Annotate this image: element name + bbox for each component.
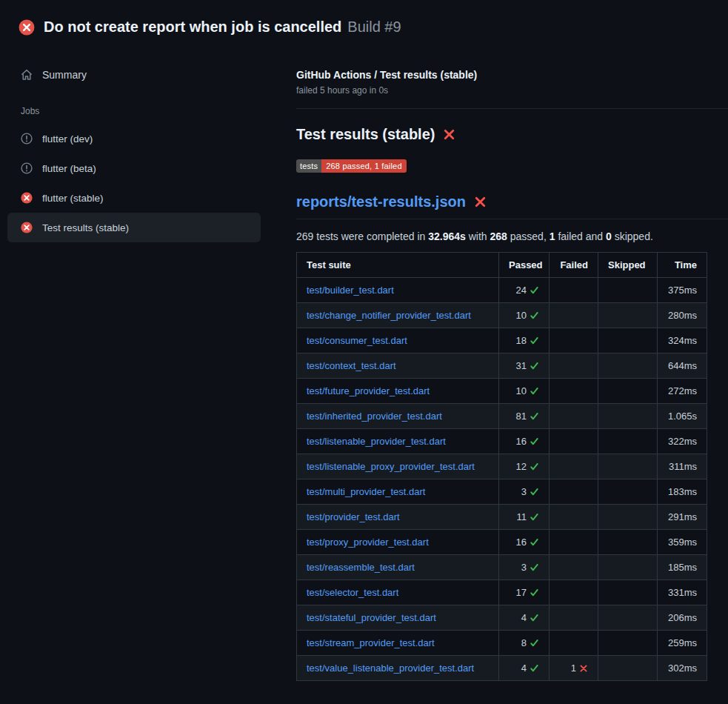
table-row: test/multi_provider_test.dart3183ms <box>297 479 707 505</box>
build-number: Build #9 <box>347 19 401 36</box>
sidebar-job-flutter-dev[interactable]: flutter (dev) <box>7 124 261 153</box>
suite-cell: test/inherited_provider_test.dart <box>297 404 499 429</box>
skipped-cell <box>598 278 658 303</box>
jobs-list: flutter (dev)flutter (beta)flutter (stab… <box>7 124 261 242</box>
sidebar-job-flutter-beta[interactable]: flutter (beta) <box>7 153 261 183</box>
suite-link[interactable]: test/consumer_test.dart <box>307 335 407 346</box>
column-header-skipped: Skipped <box>598 253 658 278</box>
failed-cell <box>550 580 598 605</box>
sidebar: Summary Jobs flutter (dev)flutter (beta)… <box>0 41 273 242</box>
sidebar-job-flutter-stable[interactable]: flutter (stable) <box>7 183 261 213</box>
suite-link[interactable]: test/future_provider_test.dart <box>307 385 430 396</box>
suite-link[interactable]: test/context_test.dart <box>307 360 396 371</box>
time-cell: 1.065s <box>658 404 707 429</box>
job-label: flutter (beta) <box>42 163 96 174</box>
passed-cell-count: 16 <box>516 537 527 548</box>
sidebar-job-test-results-stable[interactable]: Test results (stable) <box>7 213 261 242</box>
jobs-heading: Jobs <box>21 106 261 116</box>
table-row: test/builder_test.dart24375ms <box>297 278 707 303</box>
test-results-table: Test suitePassedFailedSkippedTime test/b… <box>296 252 707 681</box>
skipped-cell <box>598 328 658 353</box>
skipped-cell <box>598 530 658 555</box>
sidebar-item-summary[interactable]: Summary <box>7 63 261 87</box>
suite-cell: test/proxy_provider_test.dart <box>297 530 499 555</box>
passed-cell-count: 24 <box>516 285 527 296</box>
failed-cell <box>550 530 598 555</box>
time-cell: 280ms <box>658 303 707 328</box>
table-row: test/provider_test.dart11291ms <box>297 505 707 530</box>
alert-circle-icon <box>21 162 33 174</box>
job-label: flutter (stable) <box>42 193 104 204</box>
divider <box>296 108 728 109</box>
table-row: test/stateful_provider_test.dart4206ms <box>297 605 707 631</box>
time-cell: 331ms <box>658 580 707 605</box>
check-icon <box>530 537 539 547</box>
suite-cell: test/listenable_proxy_provider_test.dart <box>297 454 499 479</box>
failed-cell <box>550 303 598 328</box>
table-header-row: Test suitePassedFailedSkippedTime <box>297 253 707 278</box>
suite-cell: test/reassemble_test.dart <box>297 555 499 580</box>
skipped-cell <box>598 404 658 429</box>
time-cell: 206ms <box>658 605 707 631</box>
passed-cell: 18 <box>499 328 550 353</box>
passed-cell: 17 <box>499 580 550 605</box>
check-icon <box>530 285 539 295</box>
suite-link[interactable]: test/stateful_provider_test.dart <box>307 612 436 623</box>
failed-cell <box>550 278 598 303</box>
failed-cell-count: 1 <box>571 663 576 674</box>
suite-cell: test/stateful_provider_test.dart <box>297 605 499 631</box>
table-row: test/value_listenable_provider_test.dart… <box>297 656 707 681</box>
suite-link[interactable]: test/selector_test.dart <box>307 587 398 598</box>
suite-link[interactable]: test/proxy_provider_test.dart <box>307 537 429 548</box>
passed-cell: 3 <box>499 479 550 505</box>
passed-cell-count: 11 <box>517 511 527 522</box>
failed-cell <box>550 379 598 404</box>
table-row: test/context_test.dart31644ms <box>297 353 707 379</box>
failed-cell <box>550 454 598 479</box>
check-icon <box>530 487 539 497</box>
passed-cell: 31 <box>499 353 550 379</box>
column-header-failed: Failed <box>550 253 598 278</box>
suite-link[interactable]: test/stream_provider_test.dart <box>307 637 435 648</box>
check-icon <box>530 411 539 421</box>
status-line: failed 5 hours ago in 0s <box>296 85 728 96</box>
passed-cell-count: 18 <box>516 335 527 346</box>
failed-cell <box>550 479 598 505</box>
table-row: test/inherited_provider_test.dart811.065… <box>297 404 707 429</box>
suite-link[interactable]: test/change_notifier_provider_test.dart <box>307 310 471 321</box>
time-cell: 322ms <box>658 429 707 454</box>
suite-link[interactable]: test/reassemble_test.dart <box>307 562 415 573</box>
alert-circle-icon <box>21 133 33 145</box>
summary-sentence: 269 tests were completed in 32.964s with… <box>296 230 728 242</box>
failed-cell <box>550 404 598 429</box>
passed-cell: 4 <box>499 656 550 681</box>
time-cell: 324ms <box>658 328 707 353</box>
table-row: test/listenable_proxy_provider_test.dart… <box>297 454 707 479</box>
passed-cell-count: 10 <box>516 385 527 396</box>
report-link[interactable]: reports/test-results.json <box>296 193 466 210</box>
cross-icon <box>579 664 588 673</box>
table-row: test/change_notifier_provider_test.dart1… <box>297 303 707 328</box>
passed-cell: 11 <box>499 505 550 530</box>
suite-link[interactable]: test/listenable_provider_test.dart <box>307 436 446 447</box>
failed-cell <box>550 555 598 580</box>
passed-cell-count: 16 <box>516 436 527 447</box>
suite-link[interactable]: test/multi_provider_test.dart <box>307 486 425 497</box>
tests-status-badge: tests 268 passed, 1 failed <box>296 159 407 173</box>
suite-link[interactable]: test/listenable_proxy_provider_test.dart <box>307 461 475 472</box>
table-row: test/stream_provider_test.dart8259ms <box>297 631 707 656</box>
page-layout: Summary Jobs flutter (dev)flutter (beta)… <box>0 41 728 681</box>
check-icon <box>530 638 539 648</box>
summary-text: with <box>466 230 490 242</box>
suite-link[interactable]: test/provider_test.dart <box>307 511 400 522</box>
suite-link[interactable]: test/inherited_provider_test.dart <box>307 411 442 422</box>
check-icon <box>530 512 539 522</box>
passed-cell-count: 12 <box>516 461 527 472</box>
skipped-cell <box>598 379 658 404</box>
table-row: test/proxy_provider_test.dart16359ms <box>297 530 707 555</box>
suite-link[interactable]: test/value_listenable_provider_test.dart <box>307 663 474 674</box>
time-cell: 302ms <box>658 656 707 681</box>
suite-link[interactable]: test/builder_test.dart <box>307 285 394 296</box>
skipped-cell <box>598 605 658 631</box>
passed-cell: 24 <box>499 278 550 303</box>
